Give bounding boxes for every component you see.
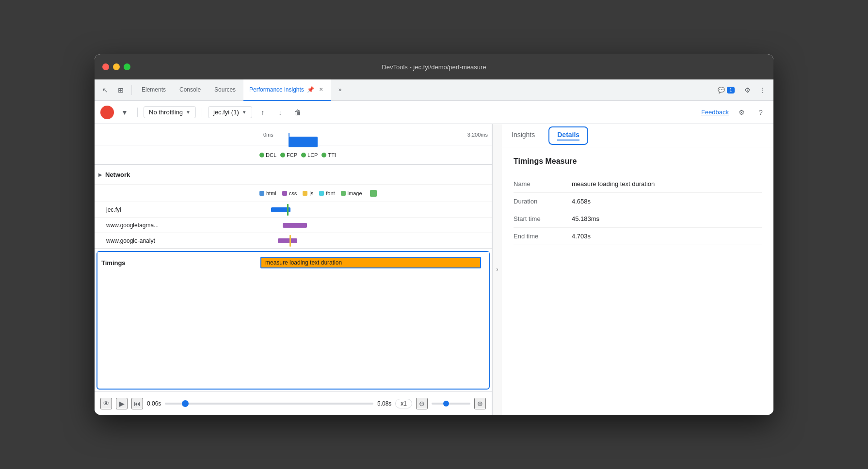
network-row-bar-jecfyi bbox=[259, 202, 492, 217]
legend-font: font bbox=[319, 190, 335, 196]
timeline-slider[interactable] bbox=[165, 403, 373, 405]
marker-tti: TTI bbox=[321, 152, 336, 158]
tab-console[interactable]: Console bbox=[174, 79, 207, 101]
legend-row: html css js font bbox=[95, 185, 492, 202]
time-ruler: 0ms 3,200ms bbox=[259, 133, 492, 137]
network-expand-icon: ▶ bbox=[98, 172, 102, 177]
extra-legend-dot bbox=[370, 190, 377, 197]
lcp-label: LCP bbox=[307, 152, 318, 158]
network-row-bar-googleanalyt bbox=[259, 233, 492, 248]
more-options-icon-btn[interactable]: ⋮ bbox=[756, 83, 770, 97]
network-row-jecfyi[interactable]: jec.fyi bbox=[95, 202, 492, 218]
end-time-value: 4.703s bbox=[572, 233, 762, 240]
timeline-selected-bar bbox=[289, 137, 318, 147]
scroll-arrow[interactable]: › bbox=[492, 124, 502, 415]
detail-row-start-time: Start time 45.183ms bbox=[514, 210, 762, 228]
skip-start-icon-btn[interactable]: ⏮ bbox=[131, 398, 143, 409]
throttling-label: No throttling bbox=[149, 109, 183, 116]
html-legend-dot bbox=[259, 191, 264, 196]
tab-bar-right: 💬 1 ⚙ ⋮ bbox=[714, 83, 770, 97]
tab-insights[interactable]: Insights bbox=[502, 124, 545, 147]
time-start-label: 0ms bbox=[263, 132, 273, 138]
network-section-title: Network bbox=[105, 171, 130, 178]
css-legend-dot bbox=[282, 191, 287, 196]
image-legend-dot bbox=[341, 191, 346, 196]
zoom-controls: x1 ⊖ ⊕ bbox=[395, 398, 486, 409]
details-tab-container[interactable]: Details bbox=[548, 126, 588, 145]
trash-icon-btn[interactable]: 🗑 bbox=[291, 106, 305, 119]
timing-measure-bar[interactable]: measure loading text duration bbox=[260, 257, 481, 268]
layers-icon-btn[interactable]: ⊞ bbox=[114, 83, 128, 97]
minimize-button[interactable] bbox=[113, 63, 120, 70]
cursor-icon-btn[interactable]: ↖ bbox=[98, 83, 112, 97]
play-icon-btn[interactable]: ▶ bbox=[116, 398, 128, 409]
fcp-label: FCP bbox=[287, 152, 297, 158]
details-tab-label: Details bbox=[557, 131, 579, 141]
speed-badge[interactable]: x1 bbox=[395, 399, 412, 408]
tab-divider bbox=[131, 85, 132, 95]
record-button[interactable] bbox=[100, 106, 114, 119]
tab-sources[interactable]: Sources bbox=[209, 79, 241, 101]
tab-bar-left: ↖ ⊞ Elements Console Sources Performance… bbox=[98, 79, 348, 101]
upload-icon-btn[interactable]: ↑ bbox=[256, 106, 270, 119]
record-dropdown-icon[interactable]: ▼ bbox=[118, 106, 131, 119]
throttling-dropdown[interactable]: No throttling ▼ bbox=[144, 106, 196, 118]
network-row-googletagma[interactable]: www.googletagma... bbox=[95, 218, 492, 233]
marker-lcp: LCP bbox=[301, 152, 318, 158]
feedback-link[interactable]: Feedback bbox=[701, 109, 729, 116]
tab-close-icon[interactable]: ✕ bbox=[317, 86, 325, 94]
right-panel: Insights Details Timings Measure Name me… bbox=[502, 124, 773, 415]
network-row-bar-googletagma bbox=[259, 218, 492, 233]
tab-more[interactable]: » bbox=[333, 79, 348, 101]
network-section-header[interactable]: ▶ Network bbox=[95, 165, 492, 184]
tti-dot bbox=[321, 153, 326, 157]
zoom-slider[interactable] bbox=[432, 403, 470, 405]
html-legend-label: html bbox=[266, 190, 276, 196]
download-icon-btn[interactable]: ↓ bbox=[273, 106, 287, 119]
insights-tab-label: Insights bbox=[512, 131, 535, 139]
css-legend-label: css bbox=[289, 190, 297, 196]
site-label: jec.fyi (1) bbox=[213, 109, 239, 116]
settings-icon-btn[interactable]: ⚙ bbox=[740, 83, 754, 97]
details-section-title: Timings Measure bbox=[514, 157, 762, 166]
maximize-button[interactable] bbox=[124, 63, 130, 70]
tab-elements[interactable]: Elements bbox=[136, 79, 172, 101]
googleanalyt-marker bbox=[289, 235, 291, 247]
network-section: ▶ Network html css bbox=[95, 165, 492, 249]
settings2-icon-btn[interactable]: ⚙ bbox=[735, 106, 748, 119]
time-end-label: 3,200ms bbox=[467, 132, 488, 138]
tab-performance-insights[interactable]: Performance insights 📌 ✕ bbox=[243, 79, 331, 101]
detail-row-end-time: End time 4.703s bbox=[514, 228, 762, 245]
time-end-val: 5.08s bbox=[377, 400, 391, 407]
timings-title: Timings bbox=[101, 259, 257, 266]
legend-js: js bbox=[303, 190, 313, 196]
zoom-thumb bbox=[443, 401, 449, 406]
chat-badge-count: 1 bbox=[727, 87, 735, 94]
left-panel: 0ms 3,200ms DCL FCP bbox=[95, 124, 492, 415]
close-button[interactable] bbox=[102, 63, 109, 70]
name-value: measure loading text duration bbox=[572, 180, 762, 188]
zoom-out-icon-btn[interactable]: ⊖ bbox=[416, 398, 428, 409]
timings-bar-area: measure loading text duration bbox=[257, 257, 485, 268]
bottom-bar: 👁 ▶ ⏮ 0.06s 5.08s x1 ⊖ ⊕ bbox=[95, 391, 492, 415]
image-legend-label: image bbox=[348, 190, 362, 196]
start-time-label: Start time bbox=[514, 215, 572, 222]
site-dropdown[interactable]: jec.fyi (1) ▼ bbox=[208, 106, 252, 118]
zoom-in-icon-btn[interactable]: ⊕ bbox=[474, 398, 486, 409]
chat-badge-btn[interactable]: 💬 1 bbox=[714, 85, 739, 95]
legend-image: image bbox=[341, 190, 362, 196]
help-icon-btn[interactable]: ? bbox=[754, 106, 768, 119]
timings-header: Timings measure loading text duration bbox=[97, 252, 489, 273]
right-tabs: Insights Details bbox=[502, 124, 773, 147]
toolbar-divider-2 bbox=[202, 108, 202, 117]
markers-bar: DCL FCP LCP TTI bbox=[95, 145, 492, 165]
js-legend-dot bbox=[303, 191, 307, 196]
network-row-googleanalyt[interactable]: www.google-analyt bbox=[95, 233, 492, 249]
site-arrow-icon: ▼ bbox=[242, 109, 247, 115]
duration-label: Duration bbox=[514, 198, 572, 205]
duration-value: 4.658s bbox=[572, 198, 762, 205]
font-legend-dot bbox=[319, 191, 324, 196]
detail-table: Name measure loading text duration Durat… bbox=[514, 175, 762, 245]
eye-icon-btn[interactable]: 👁 bbox=[100, 398, 112, 409]
googleanalyt-bar bbox=[278, 238, 297, 243]
